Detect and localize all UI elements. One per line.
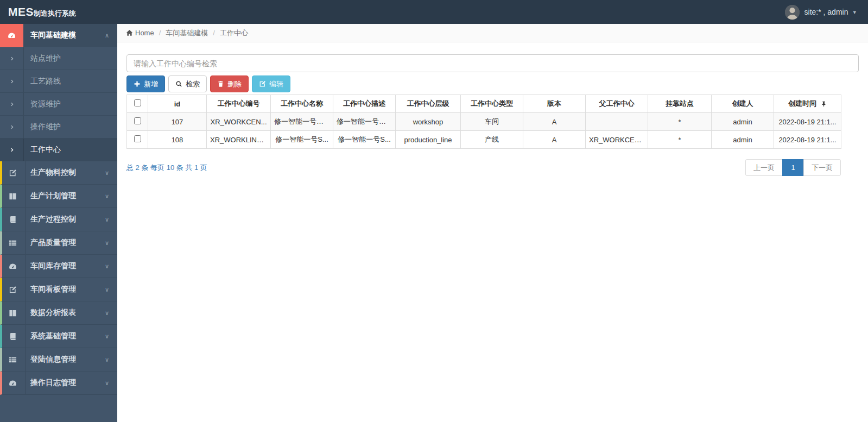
user-menu[interactable]: site:* , admin ▾ xyxy=(785,5,868,20)
plus-icon xyxy=(134,80,141,87)
section-label: 生产计划管理 xyxy=(30,191,105,201)
column-header-label: 工作中心类型 xyxy=(471,99,513,108)
chevron-down-icon: ∨ xyxy=(105,193,109,200)
angle-right-icon xyxy=(10,124,15,130)
brand-logo[interactable]: MES制造执行系统 xyxy=(0,5,76,18)
sidebar-item-site-maintenance[interactable]: 站点维护 xyxy=(0,47,117,70)
table-row[interactable]: 107XR_WORKCEN...修一智能一号车间修一智能一号车间workshop… xyxy=(127,113,841,131)
book-icon xyxy=(2,216,23,224)
sidebar-section-quality-management[interactable]: 产品质量管理 ∨ xyxy=(0,231,117,255)
breadcrumb-home-label: Home xyxy=(135,29,154,37)
column-header-label: 工作中心名称 xyxy=(281,99,323,108)
subitem-label: 操作维护 xyxy=(30,122,61,132)
edit-square-icon xyxy=(259,80,266,87)
search-button[interactable]: 检索 xyxy=(168,75,207,92)
column-header-label: 工作中心编号 xyxy=(218,99,260,108)
section-label: 数据分析报表 xyxy=(30,308,105,318)
column-header: 版本 xyxy=(523,95,586,113)
pin-icon[interactable] xyxy=(821,101,827,107)
gauge-icon xyxy=(0,24,23,47)
section-label: 产品质量管理 xyxy=(30,238,105,248)
table-cell: production_line xyxy=(396,131,461,149)
prev-page-button[interactable]: 上一页 xyxy=(745,159,783,176)
breadcrumb-home[interactable]: Home xyxy=(126,29,154,37)
sidebar-section-report-analysis[interactable]: 数据分析报表 ∨ xyxy=(0,301,117,325)
column-header-label: 父工作中心 xyxy=(599,99,635,108)
next-page-button[interactable]: 下一页 xyxy=(803,159,841,176)
column-header: 工作中心编号 xyxy=(207,95,271,113)
toolbar: 新增 检索 删除 编辑 xyxy=(126,75,859,92)
table-cell: A xyxy=(523,113,586,131)
breadcrumb-item-module[interactable]: 车间基础建模 xyxy=(166,28,208,38)
section-label: 系统基础管理 xyxy=(30,331,105,341)
delete-button[interactable]: 删除 xyxy=(210,75,249,92)
sidebar-item-work-center[interactable]: 工作中心 xyxy=(0,138,117,161)
table-body: 107XR_WORKCEN...修一智能一号车间修一智能一号车间workshop… xyxy=(127,113,841,149)
angle-right-icon xyxy=(10,147,15,153)
chevron-down-icon: ∨ xyxy=(105,169,109,177)
row-select-cell xyxy=(127,113,148,131)
gauge-icon xyxy=(2,262,23,270)
table-cell xyxy=(586,113,648,131)
sidebar-section-login-info[interactable]: 登陆信息管理 ∨ xyxy=(0,348,117,371)
gauge-icon xyxy=(2,379,23,387)
table-cell: XR_WORKCEN... xyxy=(586,131,648,149)
row-checkbox[interactable] xyxy=(134,117,141,124)
section-label: 车间库存管理 xyxy=(30,261,105,271)
sidebar-section-plan-management[interactable]: 生产计划管理 ∨ xyxy=(0,185,117,208)
table-cell: 修一智能一号车间 xyxy=(333,113,396,131)
brand-mes: MES xyxy=(8,5,34,18)
sidebar-item-resource-maintenance[interactable]: 资源维护 xyxy=(0,93,117,116)
table-cell: XR_WORKLINE... xyxy=(207,131,271,149)
table-cell: 108 xyxy=(148,131,207,149)
column-header: 工作中心类型 xyxy=(461,95,523,113)
column-header: 工作中心描述 xyxy=(333,95,396,113)
row-checkbox[interactable] xyxy=(134,135,141,142)
edit-icon xyxy=(2,169,23,177)
chevron-down-icon: ∨ xyxy=(105,216,109,223)
breadcrumb-separator: / xyxy=(159,29,161,37)
column-header: 父工作中心 xyxy=(586,95,648,113)
sidebar-section-process-control[interactable]: 生产过程控制 ∨ xyxy=(0,208,117,231)
chevron-down-icon: ∨ xyxy=(105,380,109,387)
table-cell: 修一智能一号车间 xyxy=(271,113,333,131)
sidebar-item-process-route[interactable]: 工艺路线 xyxy=(0,70,117,93)
sidebar-section-system-management[interactable]: 系统基础管理 ∨ xyxy=(0,325,117,348)
chevron-up-icon: ∧ xyxy=(105,32,109,39)
chevron-down-icon: ∨ xyxy=(105,310,109,317)
table-row[interactable]: 108XR_WORKLINE...修一智能一号S...修一智能一号S...pro… xyxy=(127,131,841,149)
sidebar-section-inventory-management[interactable]: 车间库存管理 ∨ xyxy=(0,255,117,278)
sidebar-section-workshop-modeling[interactable]: 车间基础建模 ∧ xyxy=(0,24,117,47)
main-content: Home / 车间基础建模 / 工作中心 新增 检索 删除 编辑 xyxy=(117,24,868,422)
breadcrumb-separator: / xyxy=(213,29,215,37)
select-all-checkbox[interactable] xyxy=(134,99,141,106)
subitem-label: 工作中心 xyxy=(30,145,61,155)
table-cell: admin xyxy=(712,113,774,131)
breadcrumb-item-current: 工作中心 xyxy=(220,28,248,38)
sidebar-item-operation-maintenance[interactable]: 操作维护 xyxy=(0,116,117,138)
subitem-label: 资源维护 xyxy=(30,99,61,109)
table-cell: 2022-08-19 21:1... xyxy=(774,113,841,131)
add-button[interactable]: 新增 xyxy=(126,75,165,92)
subitem-label: 站点维护 xyxy=(30,54,61,64)
breadcrumb: Home / 车间基础建模 / 工作中心 xyxy=(117,24,868,42)
sidebar-menu: 车间基础建模 ∧ 站点维护 工艺路线 资源维护 操作维护 工作中心 生产物料控制… xyxy=(0,24,117,395)
column-header: id xyxy=(148,95,207,113)
chevron-down-icon: ∨ xyxy=(105,286,109,293)
delete-button-label: 删除 xyxy=(227,79,242,89)
table-cell: 修一智能一号S... xyxy=(333,131,396,149)
column-header-label: 版本 xyxy=(547,99,561,108)
sidebar-section-kanban-management[interactable]: 车间看板管理 ∨ xyxy=(0,278,117,301)
edit-button[interactable]: 编辑 xyxy=(252,75,290,92)
top-navbar: MES制造执行系统 site:* , admin ▾ xyxy=(0,0,868,24)
table-cell: 车间 xyxy=(461,113,523,131)
column-header: 工作中心层级 xyxy=(396,95,461,113)
table-cell: 2022-08-19 21:1... xyxy=(774,131,841,149)
page-1-button[interactable]: 1 xyxy=(782,159,804,176)
table-header-row: id工作中心编号工作中心名称工作中心描述工作中心层级工作中心类型版本父工作中心挂… xyxy=(127,95,841,113)
search-input[interactable] xyxy=(126,54,859,72)
table-cell: XR_WORKCEN... xyxy=(207,113,271,131)
sidebar-section-operation-log[interactable]: 操作日志管理 ∨ xyxy=(0,371,117,395)
chevron-down-icon: ∨ xyxy=(105,333,109,340)
sidebar-section-material-control[interactable]: 生产物料控制 ∨ xyxy=(0,161,117,185)
